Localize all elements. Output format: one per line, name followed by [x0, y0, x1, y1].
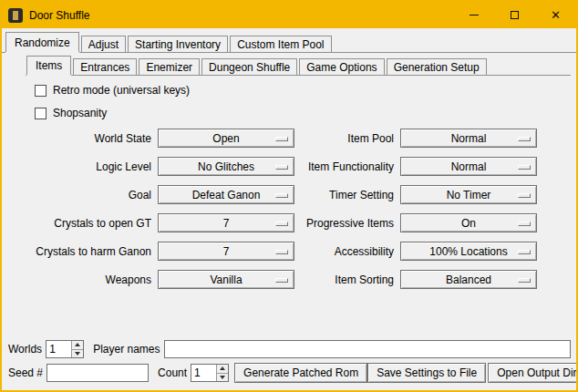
tab-entrances[interactable]: Entrances: [73, 58, 137, 75]
dropdown-indicator-icon: [275, 137, 288, 141]
item-pool-dropdown[interactable]: Normal: [400, 129, 537, 148]
accessibility-value: 100% Locations: [401, 245, 536, 258]
caption-buttons: ✕: [453, 2, 576, 28]
worlds-row: Worlds Player names: [8, 340, 571, 358]
dropdown-indicator-icon: [518, 250, 531, 254]
accessibility-label: Accessibility: [302, 245, 394, 258]
dropdown-indicator-icon: [275, 165, 288, 170]
timer-setting-label: Timer Setting: [302, 189, 394, 201]
options-column-right: Item Pool Normal Item Functionality Norm…: [302, 129, 537, 298]
footer: Worlds Player names Seed # Count: [2, 340, 576, 390]
goal-label: Goal: [35, 189, 151, 201]
dropdown-indicator-icon: [275, 222, 288, 226]
dropdown-indicator-icon: [518, 137, 531, 141]
inner-tab-bar: Items Entrances Enemizer Dungeon Shuffle…: [26, 55, 571, 76]
logic-level-dropdown[interactable]: No Glitches: [158, 157, 294, 176]
progressive-items-dropdown[interactable]: On: [400, 213, 537, 232]
spin-up-icon: [75, 343, 80, 346]
shopsanity-checkbox-box[interactable]: [35, 108, 46, 119]
titlebar: Door Shuffle ✕: [2, 2, 576, 28]
logic-level-label: Logic Level: [35, 160, 151, 173]
weapons-label: Weapons: [35, 273, 151, 286]
dropdown-indicator-icon: [275, 193, 288, 198]
worlds-label: Worlds: [8, 343, 42, 356]
tab-starting-inventory[interactable]: Starting Inventory: [128, 36, 228, 52]
count-spinbox[interactable]: [191, 364, 229, 382]
generate-patched-rom-button[interactable]: Generate Patched Rom: [234, 363, 367, 383]
tab-randomize[interactable]: Randomize: [5, 32, 79, 52]
spin-down-icon: [220, 376, 225, 379]
progressive-items-label: Progressive Items: [302, 217, 394, 230]
crystals-open-gt-value: 7: [159, 217, 294, 230]
weapons-dropdown[interactable]: Vanilla: [158, 270, 294, 289]
dropdown-indicator-icon: [518, 193, 531, 198]
minimize-button[interactable]: [453, 2, 494, 28]
item-pool-label: Item Pool: [302, 132, 394, 145]
dropdown-indicator-icon: [518, 222, 531, 226]
goal-dropdown[interactable]: Defeat Ganon: [158, 185, 294, 204]
options-column-left: World State Open Logic Level No Glitches…: [35, 129, 294, 298]
seed-input[interactable]: [46, 364, 149, 382]
maximize-icon: [511, 11, 519, 19]
worlds-spin-buttons: [71, 341, 83, 357]
worlds-input[interactable]: [46, 341, 71, 357]
tab-dungeon-shuffle[interactable]: Dungeon Shuffle: [201, 58, 297, 75]
tab-game-options[interactable]: Game Options: [299, 58, 384, 75]
item-functionality-dropdown[interactable]: Normal: [400, 157, 537, 176]
tab-adjust[interactable]: Adjust: [81, 36, 126, 52]
count-label: Count: [158, 366, 187, 379]
close-icon: ✕: [551, 9, 561, 21]
tab-custom-item-pool[interactable]: Custom Item Pool: [230, 36, 331, 52]
item-functionality-value: Normal: [401, 160, 536, 173]
accessibility-dropdown[interactable]: 100% Locations: [400, 242, 537, 261]
tab-items[interactable]: Items: [26, 56, 71, 75]
close-button[interactable]: ✕: [535, 2, 576, 28]
world-state-label: World State: [35, 132, 151, 145]
save-settings-button[interactable]: Save Settings to File: [367, 363, 486, 383]
retro-mode-checkbox-label: Retro mode (universal keys): [53, 84, 190, 97]
tab-enemizer[interactable]: Enemizer: [139, 58, 200, 75]
dropdown-indicator-icon: [518, 278, 531, 283]
items-tab-pane: Retro mode (universal keys) Shopsanity W…: [2, 76, 576, 340]
count-input[interactable]: [191, 365, 216, 381]
progressive-items-value: On: [401, 217, 536, 230]
item-sorting-value: Balanced: [401, 273, 536, 286]
spin-down-icon: [75, 352, 80, 356]
crystals-harm-ganon-dropdown[interactable]: 7: [158, 242, 294, 261]
count-spin-down-button[interactable]: [216, 373, 228, 382]
worlds-spinbox[interactable]: [46, 340, 84, 358]
worlds-spin-up-button[interactable]: [71, 341, 83, 349]
count-spin-up-button[interactable]: [216, 365, 228, 373]
dropdown-indicator-icon: [275, 250, 288, 254]
tab-generation-setup[interactable]: Generation Setup: [387, 58, 487, 75]
crystals-open-gt-dropdown[interactable]: 7: [158, 213, 294, 232]
maximize-button[interactable]: [494, 2, 535, 28]
retro-mode-checkbox-box[interactable]: [35, 85, 46, 97]
app-icon: [8, 8, 23, 23]
seed-row: Seed # Count Generate Patched Rom Save S…: [8, 363, 571, 383]
item-sorting-dropdown[interactable]: Balanced: [400, 270, 537, 289]
spin-up-icon: [220, 366, 225, 370]
item-sorting-label: Item Sorting: [302, 273, 394, 286]
goal-value: Defeat Ganon: [159, 189, 294, 201]
retro-mode-checkbox[interactable]: Retro mode (universal keys): [35, 83, 576, 98]
item-pool-value: Normal: [401, 132, 536, 145]
timer-setting-dropdown[interactable]: No Timer: [400, 185, 537, 204]
count-spin-buttons: [216, 365, 228, 381]
worlds-spin-down-button[interactable]: [71, 349, 83, 358]
crystals-open-gt-label: Crystals to open GT: [35, 217, 151, 230]
outer-tab-bar: Randomize Adjust Starting Inventory Cust…: [2, 31, 576, 53]
dropdown-indicator-icon: [518, 165, 531, 170]
open-output-directory-button[interactable]: Open Output Directory: [488, 363, 578, 383]
shopsanity-checkbox[interactable]: Shopsanity: [35, 106, 576, 120]
world-state-dropdown[interactable]: Open: [158, 129, 294, 148]
options-form: World State Open Logic Level No Glitches…: [35, 129, 576, 298]
crystals-harm-ganon-value: 7: [159, 245, 294, 258]
item-functionality-label: Item Functionality: [302, 160, 394, 173]
player-names-input[interactable]: [164, 340, 572, 358]
window-title: Door Shuffle: [29, 9, 90, 22]
crystals-harm-ganon-label: Crystals to harm Ganon: [35, 245, 151, 258]
seed-label: Seed #: [8, 366, 43, 379]
weapons-value: Vanilla: [159, 273, 294, 286]
player-names-label: Player names: [93, 343, 160, 356]
